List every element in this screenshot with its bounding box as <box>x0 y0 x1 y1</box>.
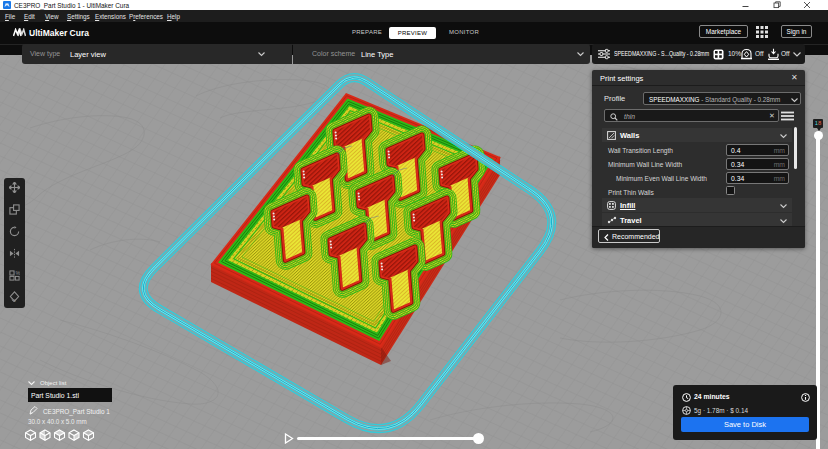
svg-text:%: % <box>15 270 20 276</box>
